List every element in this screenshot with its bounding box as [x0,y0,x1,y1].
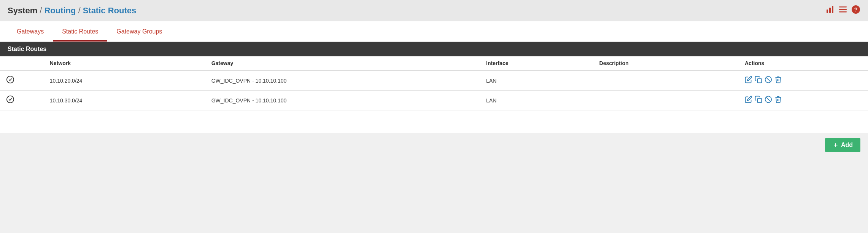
help-icon[interactable]: ? [851,5,860,16]
check-circle-icon [6,97,14,105]
svg-rect-1 [829,8,831,13]
svg-rect-0 [827,10,828,13]
row2-network: 10.10.30.0/24 [44,91,205,110]
table-section-title: Static Routes [8,46,46,52]
check-circle-icon [6,78,14,85]
row1-copy-icon[interactable] [755,76,762,85]
row1-edit-icon[interactable] [745,76,752,85]
row2-gateway: GW_IDC_OVPN - 10.10.10.100 [205,91,480,110]
table-row: 10.10.30.0/24 GW_IDC_OVPN - 10.10.10.100… [0,91,868,110]
col-header-interface: Interface [480,56,593,70]
col-header-network: Network [44,56,205,70]
col-header-description: Description [593,56,739,70]
col-header-actions: Actions [739,56,868,70]
row1-action-icons [745,76,862,85]
svg-rect-4 [839,9,847,10]
breadcrumb-sep-1: / [40,6,42,16]
page-header: System / Routing / Static Routes ? [0,0,868,21]
row1-disable-icon[interactable] [765,76,772,85]
table-section-header: Static Routes [0,42,868,56]
tab-gateways[interactable]: Gateways [8,21,53,41]
tabs: Gateways Static Routes Gateway Groups [8,21,860,41]
table-row: 10.10.20.0/24 GW_IDC_OVPN - 10.10.10.100… [0,70,868,91]
row2-check [0,91,44,110]
row1-network: 10.10.20.0/24 [44,70,205,91]
breadcrumb: System / Routing / Static Routes [8,6,136,16]
list-icon[interactable] [838,5,847,16]
svg-rect-3 [839,6,847,8]
row2-copy-icon[interactable] [755,96,762,105]
row2-disable-icon[interactable] [765,96,772,105]
row1-delete-icon[interactable] [774,76,782,85]
svg-line-11 [766,77,771,82]
row2-edit-icon[interactable] [745,96,752,105]
row2-description [593,91,739,110]
row1-actions [739,70,868,91]
tab-gateway-groups[interactable]: Gateway Groups [107,21,171,41]
col-header-check [0,56,44,70]
main-content: Static Routes Network Gateway Interface … [0,42,868,133]
svg-line-15 [766,97,771,102]
row1-check [0,70,44,91]
tabs-container: Gateways Static Routes Gateway Groups [0,21,868,42]
add-button-label: Add [841,142,853,148]
table-header-row: Network Gateway Interface Description Ac… [0,56,868,70]
add-button-container: Add [0,133,868,157]
svg-rect-2 [832,6,833,13]
row2-actions [739,91,868,110]
svg-point-12 [7,96,14,103]
col-header-gateway: Gateway [205,56,480,70]
row1-description [593,70,739,91]
row2-interface: LAN [480,91,593,110]
svg-text:?: ? [854,6,858,13]
svg-rect-9 [758,79,762,83]
row2-action-icons [745,96,862,105]
add-button[interactable]: Add [825,138,860,152]
header-icons: ? [825,5,860,16]
plus-icon [833,142,839,148]
static-routes-table: Network Gateway Interface Description Ac… [0,56,868,110]
breadcrumb-sep-2: / [78,6,81,16]
breadcrumb-static-routes[interactable]: Static Routes [83,6,137,16]
breadcrumb-system: System [8,6,37,16]
row2-delete-icon[interactable] [774,96,782,105]
breadcrumb-routing[interactable]: Routing [44,6,76,16]
row1-interface: LAN [480,70,593,91]
svg-rect-5 [839,11,847,13]
chart-icon[interactable] [825,5,835,16]
tab-static-routes[interactable]: Static Routes [53,21,107,41]
row1-gateway: GW_IDC_OVPN - 10.10.10.100 [205,70,480,91]
svg-rect-13 [758,99,762,103]
svg-point-8 [7,76,14,83]
